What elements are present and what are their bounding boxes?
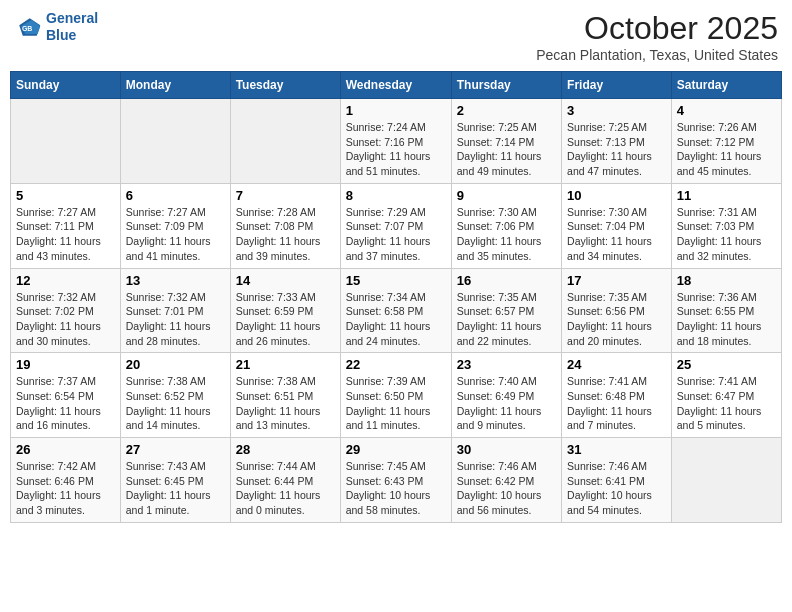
day-number: 30 [457, 442, 556, 457]
day-info: Sunrise: 7:29 AM Sunset: 7:07 PM Dayligh… [346, 205, 446, 264]
weekday-header: Saturday [671, 72, 781, 99]
day-info: Sunrise: 7:38 AM Sunset: 6:51 PM Dayligh… [236, 374, 335, 433]
weekday-header: Wednesday [340, 72, 451, 99]
day-info: Sunrise: 7:30 AM Sunset: 7:04 PM Dayligh… [567, 205, 666, 264]
day-number: 2 [457, 103, 556, 118]
title-block: October 2025 Pecan Plantation, Texas, Un… [536, 10, 778, 63]
calendar-cell: 15Sunrise: 7:34 AM Sunset: 6:58 PM Dayli… [340, 268, 451, 353]
weekday-header: Monday [120, 72, 230, 99]
logo-text: General Blue [46, 10, 98, 44]
day-info: Sunrise: 7:31 AM Sunset: 7:03 PM Dayligh… [677, 205, 776, 264]
calendar-cell: 8Sunrise: 7:29 AM Sunset: 7:07 PM Daylig… [340, 183, 451, 268]
day-info: Sunrise: 7:36 AM Sunset: 6:55 PM Dayligh… [677, 290, 776, 349]
calendar-cell: 28Sunrise: 7:44 AM Sunset: 6:44 PM Dayli… [230, 438, 340, 523]
day-number: 3 [567, 103, 666, 118]
calendar-cell: 25Sunrise: 7:41 AM Sunset: 6:47 PM Dayli… [671, 353, 781, 438]
day-info: Sunrise: 7:30 AM Sunset: 7:06 PM Dayligh… [457, 205, 556, 264]
calendar-table: SundayMondayTuesdayWednesdayThursdayFrid… [10, 71, 782, 523]
day-info: Sunrise: 7:46 AM Sunset: 6:42 PM Dayligh… [457, 459, 556, 518]
day-number: 13 [126, 273, 225, 288]
day-number: 7 [236, 188, 335, 203]
day-number: 16 [457, 273, 556, 288]
calendar-cell [120, 99, 230, 184]
calendar-cell: 14Sunrise: 7:33 AM Sunset: 6:59 PM Dayli… [230, 268, 340, 353]
day-number: 29 [346, 442, 446, 457]
day-number: 10 [567, 188, 666, 203]
calendar-cell: 17Sunrise: 7:35 AM Sunset: 6:56 PM Dayli… [562, 268, 672, 353]
day-info: Sunrise: 7:25 AM Sunset: 7:13 PM Dayligh… [567, 120, 666, 179]
day-number: 25 [677, 357, 776, 372]
calendar-week-row: 19Sunrise: 7:37 AM Sunset: 6:54 PM Dayli… [11, 353, 782, 438]
day-info: Sunrise: 7:24 AM Sunset: 7:16 PM Dayligh… [346, 120, 446, 179]
day-number: 21 [236, 357, 335, 372]
calendar-cell: 3Sunrise: 7:25 AM Sunset: 7:13 PM Daylig… [562, 99, 672, 184]
day-info: Sunrise: 7:46 AM Sunset: 6:41 PM Dayligh… [567, 459, 666, 518]
calendar-week-row: 5Sunrise: 7:27 AM Sunset: 7:11 PM Daylig… [11, 183, 782, 268]
logo: GB General Blue [14, 10, 98, 44]
logo-line2: Blue [46, 27, 76, 43]
weekday-row: SundayMondayTuesdayWednesdayThursdayFrid… [11, 72, 782, 99]
day-info: Sunrise: 7:41 AM Sunset: 6:48 PM Dayligh… [567, 374, 666, 433]
calendar-cell: 20Sunrise: 7:38 AM Sunset: 6:52 PM Dayli… [120, 353, 230, 438]
day-info: Sunrise: 7:37 AM Sunset: 6:54 PM Dayligh… [16, 374, 115, 433]
calendar-cell [11, 99, 121, 184]
day-number: 1 [346, 103, 446, 118]
weekday-header: Sunday [11, 72, 121, 99]
page-header: GB General Blue October 2025 Pecan Plant… [10, 10, 782, 63]
day-info: Sunrise: 7:27 AM Sunset: 7:11 PM Dayligh… [16, 205, 115, 264]
calendar-cell: 5Sunrise: 7:27 AM Sunset: 7:11 PM Daylig… [11, 183, 121, 268]
day-number: 27 [126, 442, 225, 457]
day-number: 20 [126, 357, 225, 372]
logo-icon: GB [14, 13, 42, 41]
calendar-cell: 6Sunrise: 7:27 AM Sunset: 7:09 PM Daylig… [120, 183, 230, 268]
location: Pecan Plantation, Texas, United States [536, 47, 778, 63]
logo-line1: General [46, 10, 98, 26]
day-number: 28 [236, 442, 335, 457]
day-info: Sunrise: 7:38 AM Sunset: 6:52 PM Dayligh… [126, 374, 225, 433]
weekday-header: Tuesday [230, 72, 340, 99]
day-info: Sunrise: 7:27 AM Sunset: 7:09 PM Dayligh… [126, 205, 225, 264]
calendar-week-row: 26Sunrise: 7:42 AM Sunset: 6:46 PM Dayli… [11, 438, 782, 523]
day-info: Sunrise: 7:25 AM Sunset: 7:14 PM Dayligh… [457, 120, 556, 179]
calendar-cell: 21Sunrise: 7:38 AM Sunset: 6:51 PM Dayli… [230, 353, 340, 438]
day-number: 4 [677, 103, 776, 118]
calendar-week-row: 12Sunrise: 7:32 AM Sunset: 7:02 PM Dayli… [11, 268, 782, 353]
day-number: 6 [126, 188, 225, 203]
day-info: Sunrise: 7:35 AM Sunset: 6:57 PM Dayligh… [457, 290, 556, 349]
day-info: Sunrise: 7:40 AM Sunset: 6:49 PM Dayligh… [457, 374, 556, 433]
calendar-cell [230, 99, 340, 184]
day-number: 15 [346, 273, 446, 288]
day-info: Sunrise: 7:45 AM Sunset: 6:43 PM Dayligh… [346, 459, 446, 518]
day-number: 17 [567, 273, 666, 288]
calendar-cell: 11Sunrise: 7:31 AM Sunset: 7:03 PM Dayli… [671, 183, 781, 268]
calendar-cell: 12Sunrise: 7:32 AM Sunset: 7:02 PM Dayli… [11, 268, 121, 353]
calendar-cell: 13Sunrise: 7:32 AM Sunset: 7:01 PM Dayli… [120, 268, 230, 353]
day-info: Sunrise: 7:32 AM Sunset: 7:02 PM Dayligh… [16, 290, 115, 349]
calendar-cell: 1Sunrise: 7:24 AM Sunset: 7:16 PM Daylig… [340, 99, 451, 184]
day-number: 24 [567, 357, 666, 372]
day-number: 5 [16, 188, 115, 203]
calendar-cell: 27Sunrise: 7:43 AM Sunset: 6:45 PM Dayli… [120, 438, 230, 523]
day-info: Sunrise: 7:32 AM Sunset: 7:01 PM Dayligh… [126, 290, 225, 349]
calendar-week-row: 1Sunrise: 7:24 AM Sunset: 7:16 PM Daylig… [11, 99, 782, 184]
day-number: 23 [457, 357, 556, 372]
calendar-cell: 9Sunrise: 7:30 AM Sunset: 7:06 PM Daylig… [451, 183, 561, 268]
day-info: Sunrise: 7:35 AM Sunset: 6:56 PM Dayligh… [567, 290, 666, 349]
calendar-cell: 2Sunrise: 7:25 AM Sunset: 7:14 PM Daylig… [451, 99, 561, 184]
calendar-cell: 4Sunrise: 7:26 AM Sunset: 7:12 PM Daylig… [671, 99, 781, 184]
month-title: October 2025 [536, 10, 778, 47]
day-info: Sunrise: 7:42 AM Sunset: 6:46 PM Dayligh… [16, 459, 115, 518]
calendar-cell: 30Sunrise: 7:46 AM Sunset: 6:42 PM Dayli… [451, 438, 561, 523]
day-info: Sunrise: 7:26 AM Sunset: 7:12 PM Dayligh… [677, 120, 776, 179]
calendar-cell: 16Sunrise: 7:35 AM Sunset: 6:57 PM Dayli… [451, 268, 561, 353]
day-number: 11 [677, 188, 776, 203]
calendar-header: SundayMondayTuesdayWednesdayThursdayFrid… [11, 72, 782, 99]
calendar-cell: 23Sunrise: 7:40 AM Sunset: 6:49 PM Dayli… [451, 353, 561, 438]
day-info: Sunrise: 7:34 AM Sunset: 6:58 PM Dayligh… [346, 290, 446, 349]
day-number: 18 [677, 273, 776, 288]
weekday-header: Friday [562, 72, 672, 99]
calendar-cell: 24Sunrise: 7:41 AM Sunset: 6:48 PM Dayli… [562, 353, 672, 438]
day-info: Sunrise: 7:41 AM Sunset: 6:47 PM Dayligh… [677, 374, 776, 433]
calendar-cell: 18Sunrise: 7:36 AM Sunset: 6:55 PM Dayli… [671, 268, 781, 353]
calendar-cell: 22Sunrise: 7:39 AM Sunset: 6:50 PM Dayli… [340, 353, 451, 438]
